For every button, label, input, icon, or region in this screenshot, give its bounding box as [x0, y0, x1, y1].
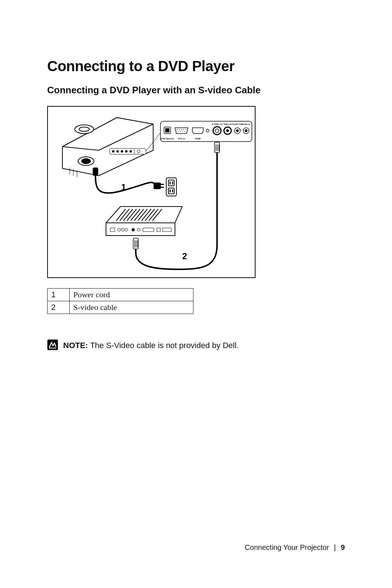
legend-row: 2 S-video cable: [48, 301, 193, 314]
svg-rect-49: [172, 189, 173, 192]
port-label-audio-out: Audio Out: [232, 123, 243, 125]
port-label-usb: USB Remote: [161, 138, 174, 140]
svg-point-12: [121, 150, 123, 152]
svg-rect-70: [157, 228, 160, 232]
svg-rect-71: [163, 228, 171, 232]
svg-rect-45: [168, 188, 174, 194]
svg-point-10: [112, 150, 114, 152]
projector-illustration: [62, 118, 160, 177]
subsection-title: Connecting a DVD Player with an S-video …: [47, 85, 348, 96]
svg-point-67: [132, 228, 135, 231]
port-label-video: Video In: [223, 123, 232, 125]
note-text: NOTE: The S-Video cable is not provided …: [63, 339, 238, 351]
svg-rect-44: [168, 180, 174, 186]
footer-chapter: Connecting Your Projector: [245, 543, 329, 551]
svg-point-5: [79, 127, 89, 131]
section-title: Connecting to a DVD Player: [47, 58, 348, 74]
callout-1: 1: [121, 182, 126, 192]
svg-point-21: [177, 129, 177, 130]
port-label-svideo: S-Video In: [212, 123, 222, 125]
svg-point-64: [118, 228, 121, 231]
svg-point-23: [181, 129, 182, 130]
svg-rect-40: [154, 183, 160, 189]
svg-point-11: [117, 150, 119, 152]
svg-point-65: [121, 228, 124, 231]
svideo-cable: [133, 142, 220, 269]
svg-point-27: [180, 131, 180, 132]
page-footer: Connecting Your Projector | 9: [245, 543, 345, 552]
svg-rect-46: [170, 181, 171, 184]
svg-rect-69: [143, 228, 154, 232]
svg-point-34: [226, 130, 229, 132]
svg-marker-51: [106, 207, 182, 223]
svg-point-66: [125, 228, 128, 231]
svg-point-26: [177, 131, 178, 132]
connection-diagram: USB Remote VGA In HDMI S-Video In Video …: [47, 106, 256, 278]
legend-num: 2: [48, 301, 70, 314]
port-label-audio-in: Audio In: [242, 123, 250, 125]
svg-point-30: [206, 129, 209, 132]
legend-desc: S-video cable: [70, 301, 193, 314]
footer-separator: |: [334, 543, 336, 551]
svg-rect-63: [110, 228, 115, 232]
diagram-svg: USB Remote VGA In HDMI S-Video In Video …: [48, 107, 255, 277]
svg-point-14: [130, 150, 132, 152]
legend-num: 1: [48, 289, 70, 301]
svg-point-36: [236, 130, 238, 132]
svg-rect-39: [93, 168, 98, 176]
callout-2: 2: [182, 251, 187, 261]
svg-point-3: [82, 159, 90, 164]
svg-point-13: [125, 150, 127, 152]
port-label-hdmi: HDMI: [195, 138, 201, 140]
svg-rect-9: [110, 148, 146, 154]
svg-point-28: [182, 131, 183, 132]
legend-desc: Power cord: [70, 289, 193, 301]
svg-point-25: [185, 129, 186, 130]
note-label: NOTE:: [63, 341, 88, 350]
note-body: The S-Video cable is not provided by Del…: [88, 341, 238, 350]
note: NOTE: The S-Video cable is not provided …: [47, 339, 348, 351]
svg-rect-48: [170, 189, 171, 192]
svg-point-38: [245, 130, 247, 132]
svg-rect-20: [166, 128, 169, 132]
footer-page-number: 9: [341, 543, 345, 551]
svg-rect-47: [172, 181, 173, 184]
note-icon: [47, 339, 58, 350]
legend-row: 1 Power cord: [48, 289, 193, 301]
svg-point-22: [179, 129, 180, 130]
svg-point-32: [215, 129, 219, 132]
port-label-vga: VGA In: [178, 138, 185, 140]
legend-table: 1 Power cord 2 S-video cable: [47, 288, 193, 314]
dvd-player-illustration: [106, 207, 182, 236]
svg-point-29: [184, 131, 185, 132]
svg-point-24: [183, 129, 184, 130]
svg-point-68: [137, 228, 140, 231]
